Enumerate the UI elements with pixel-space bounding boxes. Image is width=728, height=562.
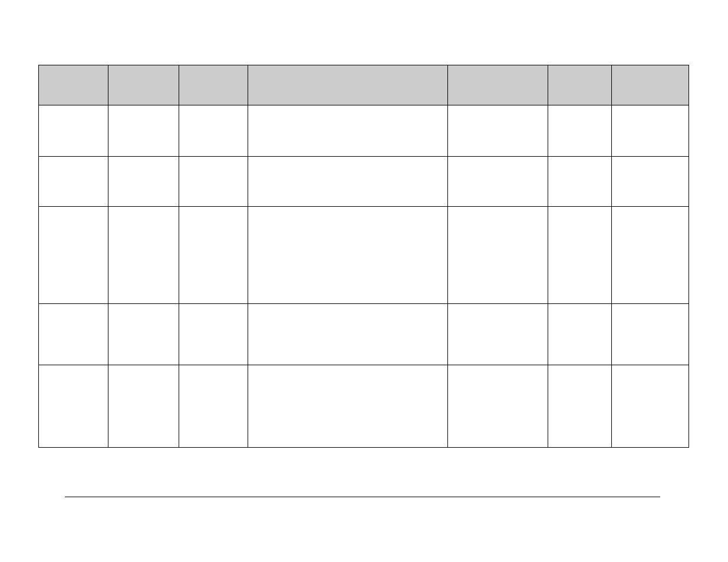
table-header-cell [448, 65, 548, 105]
table-cell [548, 304, 612, 365]
table-cell [448, 157, 548, 207]
page [0, 0, 728, 562]
table-cell [39, 365, 108, 448]
table-row [39, 105, 689, 157]
table-header-cell [39, 65, 108, 105]
table-cell [248, 105, 448, 157]
table-cell [179, 207, 248, 304]
table-header-cell [612, 65, 689, 105]
table-cell [248, 207, 448, 304]
table-cell [612, 365, 689, 448]
table-cell [612, 157, 689, 207]
table-cell [39, 157, 108, 207]
table-cell [548, 207, 612, 304]
table-cell [39, 304, 108, 365]
table-cell [179, 304, 248, 365]
table-header-cell [248, 65, 448, 105]
table-container [38, 65, 689, 448]
table-cell [108, 207, 179, 304]
table-cell [612, 105, 689, 157]
table-cell [448, 365, 548, 448]
table-cell [179, 105, 248, 157]
horizontal-rule [65, 497, 660, 497]
table-header-cell [108, 65, 179, 105]
table-cell [612, 304, 689, 365]
table-cell [108, 365, 179, 448]
table-cell [108, 105, 179, 157]
table-row [39, 365, 689, 448]
table-cell [108, 304, 179, 365]
table-cell [248, 365, 448, 448]
data-table [38, 65, 689, 448]
table-header-row [39, 65, 689, 105]
table-cell [248, 304, 448, 365]
table-cell [248, 157, 448, 207]
table-row [39, 157, 689, 207]
table-cell [448, 207, 548, 304]
table-cell [612, 207, 689, 304]
table-cell [179, 157, 248, 207]
table-cell [448, 304, 548, 365]
table-header-cell [548, 65, 612, 105]
table-cell [39, 105, 108, 157]
table-cell [548, 157, 612, 207]
table-cell [39, 207, 108, 304]
table-cell [108, 157, 179, 207]
table-cell [548, 365, 612, 448]
table-row [39, 304, 689, 365]
table-cell [179, 365, 248, 448]
table-cell [548, 105, 612, 157]
table-cell [448, 105, 548, 157]
table-row [39, 207, 689, 304]
table-header-cell [179, 65, 248, 105]
